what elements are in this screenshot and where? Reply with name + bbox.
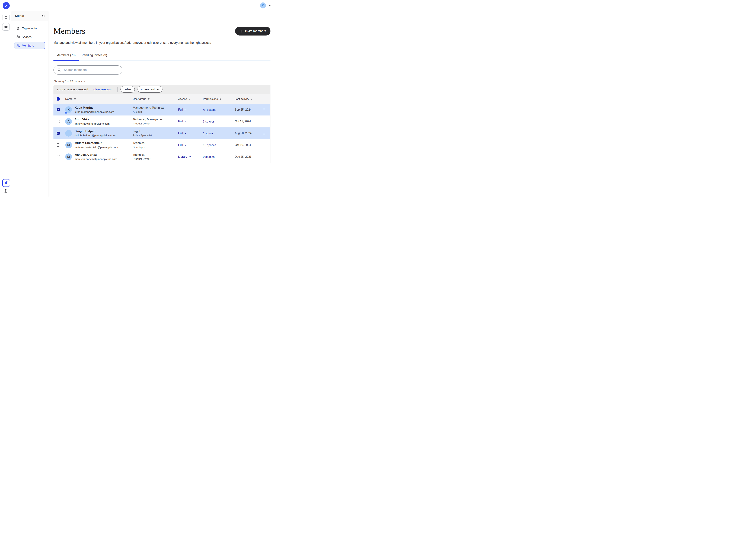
tab-members[interactable]: Members (79): [54, 52, 78, 60]
row-menu-button[interactable]: [262, 155, 266, 158]
book-icon: [4, 16, 8, 20]
column-header-user-group[interactable]: User group: [133, 97, 178, 100]
column-header-permissions[interactable]: Permissions: [203, 97, 235, 100]
user-groups: Technical, Management: [133, 118, 178, 121]
search-icon: [57, 68, 61, 72]
row-menu-button[interactable]: [262, 120, 266, 123]
table-header-row: Name User group Access Permissions Last …: [54, 94, 270, 104]
avatar: M: [65, 154, 72, 160]
top-bar: K: [0, 0, 276, 11]
main-content: Members Invite members Manage and view a…: [48, 11, 276, 197]
user-groups: Legal: [133, 129, 178, 133]
member-email: antti.virta@pineappleinc.com: [75, 122, 109, 125]
info-button[interactable]: [4, 189, 8, 193]
collapse-icon: [41, 14, 45, 18]
member-name: Antti Virta: [75, 118, 109, 121]
permissions-link[interactable]: 10 spaces: [203, 143, 216, 147]
invite-members-button[interactable]: Invite members: [235, 27, 270, 36]
user-group-cell: Technical Developer: [133, 141, 178, 149]
access-dropdown[interactable]: Full: [178, 120, 203, 123]
row-checkbox[interactable]: [57, 132, 60, 135]
select-all-checkbox[interactable]: [57, 97, 60, 100]
table-row[interactable]: M Miriam Chesterfield miriam.chesterfiel…: [54, 139, 270, 151]
spaces-icon: [16, 35, 20, 39]
building-icon: [16, 27, 20, 30]
admin-tools-button[interactable]: [2, 179, 10, 187]
permissions-link[interactable]: 1 space: [203, 132, 213, 135]
table-row[interactable]: Dwight Halpert dwight.halpert@pineapplei…: [54, 127, 270, 139]
showing-count: Showing 5 of 79 members: [54, 79, 270, 83]
last-activity: Dec 25, 2023: [235, 155, 262, 158]
chevron-down-icon: [184, 108, 187, 111]
admin-sidebar: Admin Organisation Spaces Members: [11, 11, 48, 197]
bulk-access-dropdown[interactable]: Access: Full: [137, 86, 163, 93]
sidebar-header: Admin: [11, 11, 48, 21]
permissions-link[interactable]: 3 spaces: [203, 120, 215, 123]
user-group-cell: Technical, Management Product Owner: [133, 118, 178, 125]
column-header-last-activity[interactable]: Last activity: [235, 97, 262, 100]
permissions-link[interactable]: All spaces: [203, 108, 216, 111]
library-button[interactable]: [2, 14, 10, 21]
row-checkbox[interactable]: [57, 108, 60, 111]
row-checkbox[interactable]: [57, 120, 60, 123]
table-row[interactable]: K Kuba Martins kuba.martins@pineappleinc…: [54, 104, 270, 116]
access-dropdown[interactable]: Library: [178, 155, 203, 159]
user-role: Product Owner: [133, 157, 178, 161]
clear-selection-link[interactable]: Clear selection: [93, 88, 111, 91]
column-header-access[interactable]: Access: [178, 97, 203, 100]
collapse-sidebar-button[interactable]: [41, 14, 45, 18]
avatar: A: [65, 118, 72, 125]
chevron-down-icon: [268, 4, 271, 7]
logo-icon: [4, 4, 8, 8]
table-row[interactable]: A Antti Virta antti.virta@pineappleinc.c…: [54, 116, 270, 127]
row-menu-button[interactable]: [262, 108, 266, 111]
icon-rail: [0, 11, 11, 197]
tools-icon: [4, 181, 8, 185]
last-activity: Sep 25, 2024: [235, 108, 262, 111]
avatar: K: [260, 2, 266, 8]
member-email: manuela.cortez@pineappleinc.com: [75, 157, 117, 161]
row-menu-button[interactable]: [262, 132, 266, 135]
column-header-name[interactable]: Name: [65, 97, 133, 100]
permissions-link[interactable]: 0 spaces: [203, 155, 215, 158]
sort-icon: [219, 97, 222, 100]
member-email: miriam.chesterfield@pineapple.com: [75, 145, 118, 149]
tab-pending-invites[interactable]: Pending invites (3): [78, 52, 110, 60]
avatar-photo: [65, 130, 72, 137]
member-cell: K Kuba Martins kuba.martins@pineappleinc…: [65, 106, 133, 114]
access-dropdown[interactable]: Full: [178, 131, 203, 135]
user-group-cell: Management, Technical AI Lead: [133, 106, 178, 114]
chevron-down-icon: [157, 88, 159, 91]
avatar: K: [65, 106, 72, 113]
access-dropdown[interactable]: Full: [178, 108, 203, 111]
sidebar-item-members[interactable]: Members: [14, 42, 45, 49]
page-description: Manage and view all members in your orga…: [54, 41, 254, 45]
app-logo[interactable]: [3, 2, 10, 9]
row-checkbox[interactable]: [57, 143, 60, 147]
sort-icon: [148, 97, 150, 100]
sidebar-item-spaces[interactable]: Spaces: [14, 33, 45, 41]
row-checkbox[interactable]: [57, 155, 60, 158]
last-activity: Oct 15, 2024: [235, 120, 262, 123]
crown-icon: [65, 111, 68, 114]
chevron-down-icon: [184, 144, 187, 146]
user-group-cell: Technical Product Owner: [133, 153, 178, 161]
search-input[interactable]: [64, 68, 121, 72]
access-dropdown[interactable]: Full: [178, 143, 203, 147]
sidebar-title: Admin: [15, 14, 24, 18]
selection-count: 2 of 79 members selected: [57, 88, 88, 91]
member-email: kuba.martins@pineappleinc.com: [75, 110, 114, 114]
sidebar-item-organisation[interactable]: Organisation: [14, 25, 45, 32]
member-name: Kuba Martins: [75, 106, 114, 110]
last-activity: Aug 20, 2024: [235, 132, 262, 135]
sort-icon: [188, 97, 191, 100]
member-cell: M Manuela Cortez manuela.cortez@pineappl…: [65, 153, 133, 161]
user-menu[interactable]: K: [260, 2, 271, 8]
row-menu-button[interactable]: [262, 143, 266, 146]
user-group-cell: Legal Policy Specialist: [133, 129, 178, 137]
organisation-home-button[interactable]: [2, 23, 10, 31]
delete-button[interactable]: Delete: [120, 86, 135, 93]
table-row[interactable]: M Manuela Cortez manuela.cortez@pineappl…: [54, 151, 270, 163]
members-table: 2 of 79 members selected Clear selection…: [54, 85, 270, 163]
user-role: Product Owner: [133, 122, 178, 125]
